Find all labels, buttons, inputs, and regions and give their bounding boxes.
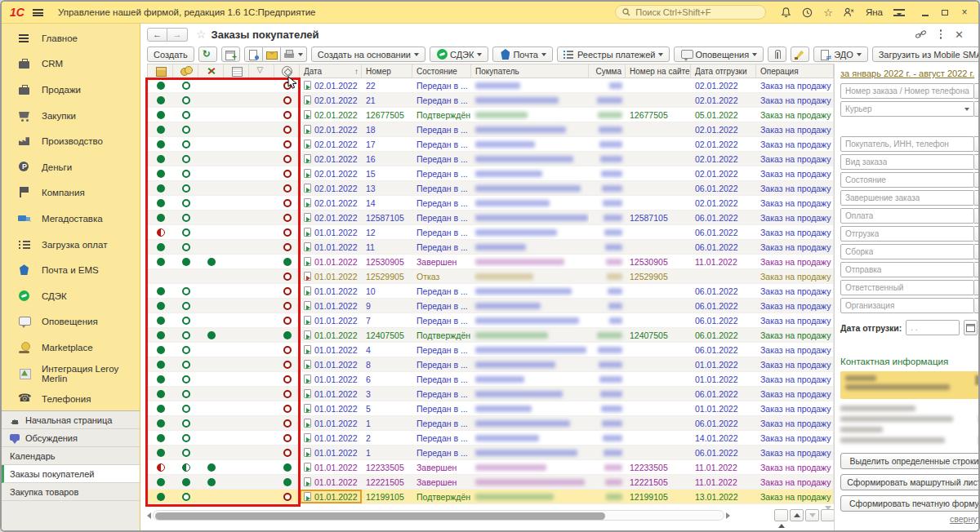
column-header-number[interactable]: Номер — [362, 64, 412, 78]
table-row[interactable]: 01.01.20225Передан в ...01.01.2022Заказ … — [148, 401, 833, 416]
table-row[interactable]: 01.01.202212199105Подтверждён1219910513.… — [148, 490, 833, 504]
clear-button[interactable]: × — [974, 101, 980, 117]
favorites-star-icon[interactable]: ☆ — [823, 7, 833, 19]
notifications-bell-icon[interactable] — [781, 7, 791, 18]
scrollbar-thumb[interactable] — [155, 512, 605, 520]
table-row[interactable]: 01.01.202212407505Подтверждён1240750506.… — [148, 328, 833, 343]
column-header-ship-date[interactable]: Дата отгрузки — [691, 64, 756, 78]
sidebar-item-notifications[interactable]: Оповещения — [2, 309, 140, 335]
sidebar-bottom-item[interactable]: Начальная страница — [2, 411, 140, 429]
sidebar-item-menu[interactable]: Главное — [2, 25, 140, 51]
global-search-input[interactable]: Поиск Ctrl+Shift+F — [615, 5, 766, 20]
table-row[interactable]: 02.01.202213Передан в ...06.01.2022Заказ… — [148, 181, 833, 196]
filter-input[interactable]: Завершение заказа — [840, 190, 974, 206]
close-page-icon[interactable]: ✕ — [955, 29, 964, 41]
column-header-site-number[interactable]: Номер на сайте — [626, 64, 691, 78]
sidebar-bottom-item[interactable]: Обсуждения — [2, 429, 140, 447]
create-button[interactable]: Создать — [147, 47, 194, 62]
dropdown-button[interactable] — [974, 244, 980, 259]
filter-column-header[interactable] — [249, 64, 274, 78]
table-row[interactable]: 01.01.202212529905Отказ12529905Заказ на … — [148, 269, 833, 284]
table-row[interactable]: 02.01.202222Передан в ...02.01.2022Заказ… — [148, 78, 833, 93]
ship-date-input[interactable]: . . — [906, 320, 960, 335]
table-row[interactable]: 01.01.20223Передан в ...06.01.2022Заказ … — [148, 387, 833, 401]
table-row[interactable]: 01.01.202212221505Завершен1222150511.01.… — [148, 475, 833, 490]
column-header-operation[interactable]: Операция — [756, 64, 835, 78]
user-name[interactable]: Яна — [866, 7, 883, 17]
restore-button[interactable] — [939, 7, 951, 18]
clear-button[interactable]: × — [974, 83, 980, 99]
horizontal-scrollbar[interactable] — [147, 509, 730, 521]
table-row[interactable]: 01.01.20221Передан в ...06.01.2022Заказ … — [148, 446, 833, 460]
sidebar-item-purchases[interactable]: Закупки — [2, 103, 140, 129]
filter-input[interactable]: Номер заказа / Номер телефона — [840, 83, 974, 99]
dropdown-button[interactable] — [974, 190, 980, 206]
table-row[interactable]: 01.01.20221Передан в ...06.01.2022Заказ … — [148, 416, 833, 431]
table-row[interactable]: 01.01.20229Передан в ...06.01.2022Заказ … — [148, 299, 833, 313]
table-row[interactable]: 01.01.202212233505Завершен1223350511.01.… — [148, 460, 833, 475]
assembly-column-header[interactable] — [198, 64, 224, 78]
support-icon[interactable] — [844, 7, 855, 17]
edo-button[interactable]: ЭДО — [813, 47, 868, 62]
filter-input[interactable]: Покупатель, ИНН, телефон — [840, 136, 974, 152]
get-link-icon[interactable] — [915, 29, 927, 40]
dropdown-button[interactable] — [974, 298, 980, 313]
dropdown-button[interactable] — [974, 226, 980, 242]
contact-card-highlighted[interactable] — [840, 371, 980, 399]
column-header-state[interactable]: Состояние — [412, 64, 471, 78]
dropdown-button[interactable] — [974, 262, 980, 277]
period-link[interactable]: за январь 2022 г. - август 2022 г. — [840, 69, 974, 78]
go-to-bottom-button[interactable] — [821, 509, 835, 521]
refresh-button[interactable] — [198, 47, 217, 62]
minimize-button[interactable] — [920, 7, 931, 18]
send-email-button[interactable] — [263, 47, 281, 62]
sidebar-item-phone[interactable]: Телефония — [2, 386, 140, 412]
main-menu-icon[interactable] — [33, 9, 43, 16]
payment-registers-button[interactable]: Реестры платежей — [557, 47, 670, 62]
package-column-header[interactable] — [148, 64, 173, 78]
table-row[interactable]: 01.01.202210Передан в ...06.01.2022Заказ… — [148, 284, 833, 299]
sidebar-item-leroy[interactable]: Интеграция Leroy Merlin — [2, 361, 140, 387]
table-row[interactable]: 02.01.202218Передан в ...02.01.2022Заказ… — [148, 122, 833, 137]
filter-input[interactable]: Вид заказа — [840, 154, 974, 170]
sidebar-bottom-item[interactable]: Заказы покупателей — [2, 465, 140, 483]
notifications-button[interactable]: Оповещения — [674, 47, 764, 62]
create-based-on-button[interactable]: Создать на основании — [311, 47, 425, 62]
filter-input[interactable]: Отправка — [840, 262, 974, 277]
more-menu-icon[interactable] — [940, 29, 942, 39]
column-header-date[interactable]: Дата↑ — [300, 64, 362, 78]
shipment-column-header[interactable] — [224, 64, 249, 78]
table-row[interactable]: 02.01.202221Передан в ...02.01.2022Заказ… — [148, 93, 833, 108]
print-button[interactable] — [281, 47, 307, 62]
sidebar-item-delivery[interactable]: Мегадоставка — [2, 206, 140, 232]
table-row[interactable]: 01.01.20227Передан в ...06.01.2022Заказ … — [148, 313, 833, 328]
history-icon[interactable] — [802, 7, 813, 18]
sidebar-item-crm[interactable]: CRM — [2, 51, 140, 78]
go-to-top-button[interactable] — [774, 509, 788, 521]
sidebar-item-company[interactable]: Компания — [2, 180, 140, 206]
filter-input[interactable]: Состояние — [840, 172, 974, 188]
filter-input[interactable]: Оплата — [840, 208, 974, 224]
table-row[interactable]: 02.01.202215Передан в ...02.01.2022Заказ… — [148, 166, 833, 181]
table-row[interactable]: 01.01.202211Передан в ...06.01.2022Заказ… — [148, 240, 833, 255]
sidebar-item-money[interactable]: Деньги — [2, 154, 140, 180]
scroll-left-icon[interactable] — [147, 512, 151, 519]
sidebar-item-payments[interactable]: Загрузка оплат — [2, 232, 140, 258]
sidebar-bottom-item[interactable]: Календарь — [2, 447, 140, 465]
close-window-button[interactable]: × — [959, 7, 970, 18]
sidebar-item-marketplace[interactable]: Marketplace — [2, 335, 140, 361]
cdek-button[interactable]: СДЭК — [430, 47, 488, 62]
sidebar-bottom-item[interactable]: Закупка товаров — [2, 483, 140, 501]
scroll-right-icon[interactable] — [726, 512, 730, 519]
table-row[interactable]: 01.01.202212Передан в ...06.01.2022Заказ… — [148, 225, 833, 240]
filter-input[interactable]: Отгрузка — [840, 226, 974, 242]
back-button[interactable]: ← — [147, 28, 167, 42]
table-row[interactable]: 02.01.202212677505Подтверждён1267750505.… — [148, 108, 833, 122]
set-interval-button[interactable] — [221, 47, 240, 62]
table-row[interactable]: 02.01.202212587105Передан в ...125871050… — [148, 211, 833, 225]
collapse-panel-link[interactable]: свернуть — [950, 514, 980, 524]
calendar-picker-button[interactable] — [964, 320, 978, 335]
load-mobile-smarts-button[interactable]: Загрузить из Mobile SMARTS — [872, 47, 980, 62]
dropdown-button[interactable] — [974, 208, 980, 224]
service-menu-icon[interactable] — [893, 9, 905, 16]
